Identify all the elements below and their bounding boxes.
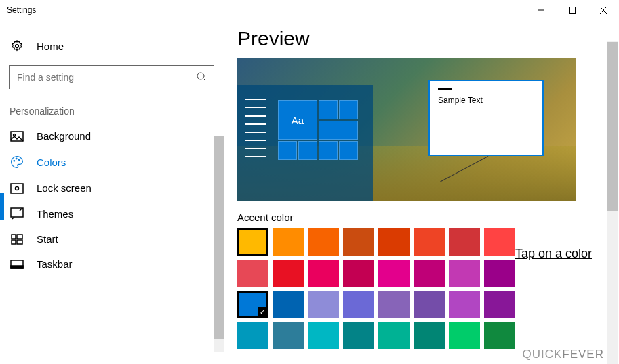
color-swatch[interactable] bbox=[308, 260, 339, 287]
color-swatch[interactable] bbox=[484, 260, 515, 287]
color-swatch[interactable] bbox=[343, 291, 374, 318]
watermark: QUICKFEVER bbox=[522, 348, 604, 361]
main-scrollbar[interactable] bbox=[607, 41, 618, 364]
sidebar-item-colors[interactable]: Colors bbox=[0, 148, 224, 176]
minimize-button[interactable] bbox=[525, 0, 557, 20]
palette-icon bbox=[9, 155, 24, 169]
preview-tile-aa: Aa bbox=[278, 100, 317, 140]
sidebar-scrollbar[interactable] bbox=[214, 136, 224, 352]
accent-color-label: Accent color bbox=[237, 211, 605, 223]
svg-rect-15 bbox=[12, 235, 16, 239]
color-swatch[interactable] bbox=[308, 291, 339, 318]
color-swatch[interactable] bbox=[273, 291, 304, 318]
color-swatch[interactable] bbox=[414, 322, 445, 349]
sidebar-scrollbar-thumb[interactable] bbox=[214, 136, 224, 339]
swatch-row: ✓ bbox=[237, 291, 605, 318]
color-swatch[interactable] bbox=[414, 291, 445, 318]
color-swatch[interactable] bbox=[378, 291, 410, 318]
color-swatch[interactable] bbox=[237, 228, 268, 256]
maximize-button[interactable] bbox=[557, 0, 588, 20]
sidebar-item-themes[interactable]: Themes bbox=[0, 201, 224, 226]
color-swatch[interactable] bbox=[414, 228, 445, 256]
swatch-row bbox=[237, 322, 605, 349]
svg-line-6 bbox=[203, 79, 206, 81]
preview-menu-lines bbox=[245, 99, 266, 164]
svg-point-4 bbox=[16, 45, 19, 48]
svg-rect-18 bbox=[17, 240, 22, 244]
preview-mock: Aa Sample Text bbox=[237, 58, 576, 201]
color-swatch[interactable] bbox=[343, 228, 374, 256]
titlebar: Settings bbox=[0, 0, 619, 20]
preview-tiles: Aa bbox=[278, 100, 366, 165]
svg-rect-12 bbox=[11, 184, 23, 193]
color-swatch[interactable] bbox=[273, 228, 304, 256]
color-swatch[interactable] bbox=[484, 291, 515, 318]
color-swatch[interactable] bbox=[484, 322, 515, 349]
color-swatch[interactable] bbox=[273, 260, 304, 287]
search-icon bbox=[196, 71, 207, 84]
color-swatch[interactable] bbox=[273, 322, 304, 349]
color-swatch[interactable] bbox=[378, 228, 410, 256]
window-controls bbox=[525, 0, 619, 20]
sidebar-item-background[interactable]: Background bbox=[0, 123, 224, 148]
preview-sample-text: Sample Text bbox=[438, 96, 483, 105]
taskbar-icon bbox=[9, 260, 24, 269]
preview-tile bbox=[278, 141, 297, 160]
section-header: Personalization bbox=[0, 102, 224, 123]
search-input[interactable] bbox=[17, 72, 196, 83]
color-swatch[interactable] bbox=[449, 291, 480, 318]
svg-rect-16 bbox=[17, 235, 22, 239]
color-swatch[interactable]: ✓ bbox=[237, 291, 268, 318]
preview-tile bbox=[339, 100, 358, 119]
preview-tile bbox=[319, 141, 338, 160]
sidebar-item-label: Colors bbox=[37, 157, 66, 168]
color-swatch[interactable] bbox=[308, 322, 339, 349]
svg-rect-20 bbox=[11, 266, 23, 268]
main-scrollbar-thumb[interactable] bbox=[607, 42, 618, 211]
color-swatch[interactable] bbox=[237, 322, 268, 349]
home-label: Home bbox=[37, 41, 64, 52]
window-title: Settings bbox=[7, 5, 525, 15]
svg-point-10 bbox=[16, 158, 17, 159]
lock-frame-icon bbox=[9, 183, 24, 194]
sidebar: Home Personalization Background bbox=[0, 20, 224, 363]
color-swatch[interactable] bbox=[378, 322, 410, 349]
color-swatch[interactable] bbox=[343, 260, 374, 287]
sidebar-item-label: Start bbox=[37, 233, 58, 245]
search-box[interactable] bbox=[9, 65, 214, 89]
start-grid-icon bbox=[9, 234, 24, 245]
gear-icon bbox=[9, 39, 24, 53]
color-swatch[interactable] bbox=[343, 322, 374, 349]
preview-tile bbox=[298, 141, 317, 160]
color-swatch[interactable] bbox=[484, 228, 515, 256]
svg-point-11 bbox=[19, 159, 20, 161]
home-button[interactable]: Home bbox=[0, 33, 224, 60]
svg-point-13 bbox=[16, 186, 19, 190]
preview-tile bbox=[339, 141, 358, 160]
close-button[interactable] bbox=[588, 0, 619, 20]
color-swatch[interactable] bbox=[378, 260, 410, 287]
content-pane: Preview Aa Sample Text A bbox=[224, 20, 619, 363]
swatch-row bbox=[237, 260, 605, 287]
sidebar-item-start[interactable]: Start bbox=[0, 226, 224, 251]
brush-icon bbox=[9, 207, 24, 220]
svg-rect-17 bbox=[12, 240, 16, 244]
page-heading: Preview bbox=[237, 27, 605, 50]
sidebar-item-taskbar[interactable]: Taskbar bbox=[0, 251, 224, 277]
color-swatch[interactable] bbox=[237, 260, 268, 287]
sidebar-item-lockscreen[interactable]: Lock screen bbox=[0, 176, 224, 201]
svg-rect-1 bbox=[570, 7, 576, 13]
picture-icon bbox=[9, 131, 24, 142]
check-icon: ✓ bbox=[258, 307, 267, 317]
sidebar-item-label: Lock screen bbox=[37, 182, 92, 194]
active-indicator bbox=[0, 193, 4, 220]
color-swatch[interactable] bbox=[308, 228, 339, 256]
color-swatch[interactable] bbox=[449, 322, 480, 349]
sidebar-item-label: Themes bbox=[37, 208, 73, 220]
color-swatch[interactable] bbox=[449, 260, 480, 287]
preview-tile bbox=[319, 100, 338, 119]
preview-tile bbox=[319, 121, 358, 140]
color-swatch[interactable] bbox=[449, 228, 480, 256]
color-swatch[interactable] bbox=[414, 260, 445, 287]
svg-point-9 bbox=[14, 161, 15, 162]
